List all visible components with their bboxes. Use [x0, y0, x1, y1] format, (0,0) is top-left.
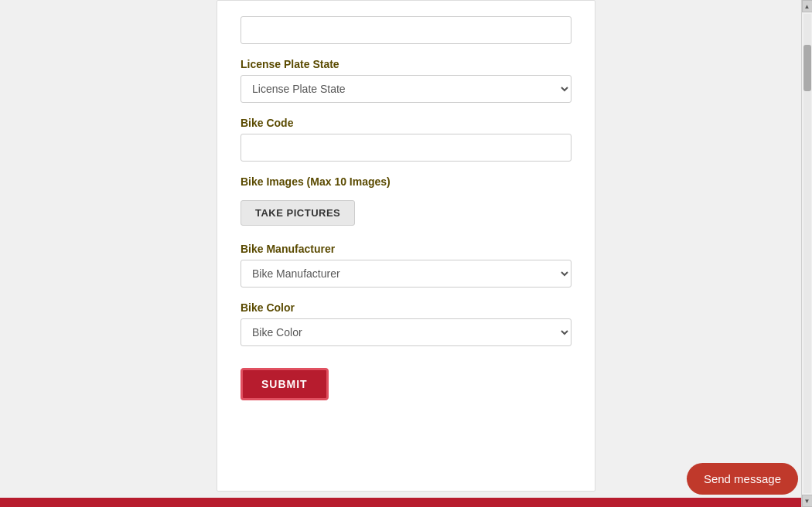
license-plate-state-select[interactable]: License Plate State Alabama Alaska Arizo… — [241, 75, 571, 103]
bike-code-label: Bike Code — [241, 117, 571, 129]
send-message-button[interactable]: Send message — [687, 463, 798, 495]
bottom-bar — [0, 498, 812, 507]
partial-top-input — [241, 16, 571, 44]
scrollbar-up-arrow[interactable]: ▲ — [802, 0, 813, 12]
bike-color-label: Bike Color — [241, 301, 571, 314]
bike-images-group: Bike Images (Max 10 Images) TAKE PICTURE… — [241, 175, 571, 229]
scrollbar-track — [803, 14, 811, 493]
main-content: License Plate State License Plate State … — [0, 0, 812, 507]
license-plate-state-label: License Plate State — [241, 58, 571, 70]
scrollbar-down-arrow[interactable]: ▼ — [802, 495, 813, 507]
scrollbar-thumb[interactable] — [803, 45, 811, 91]
bike-color-group: Bike Color Bike Color Red Blue Black Whi… — [241, 301, 571, 346]
bike-code-input[interactable] — [241, 134, 571, 162]
bike-manufacturer-label: Bike Manufacturer — [241, 243, 571, 255]
scrollbar: ▲ ▼ — [801, 0, 812, 507]
submit-button[interactable]: SUBMIT — [241, 368, 329, 400]
bike-manufacturer-select[interactable]: Bike Manufacturer Trek Specialized Giant… — [241, 260, 571, 288]
license-plate-state-group: License Plate State License Plate State … — [241, 58, 571, 103]
take-pictures-button[interactable]: TAKE PICTURES — [241, 200, 355, 226]
bike-images-label: Bike Images (Max 10 Images) — [241, 175, 571, 188]
submit-group: SUBMIT — [241, 360, 571, 400]
bike-code-group: Bike Code — [241, 117, 571, 162]
bike-manufacturer-group: Bike Manufacturer Bike Manufacturer Trek… — [241, 243, 571, 288]
page-wrapper: License Plate State License Plate State … — [0, 0, 812, 507]
form-card: License Plate State License Plate State … — [217, 0, 595, 492]
bike-color-select[interactable]: Bike Color Red Blue Black White Silver G… — [241, 318, 571, 346]
